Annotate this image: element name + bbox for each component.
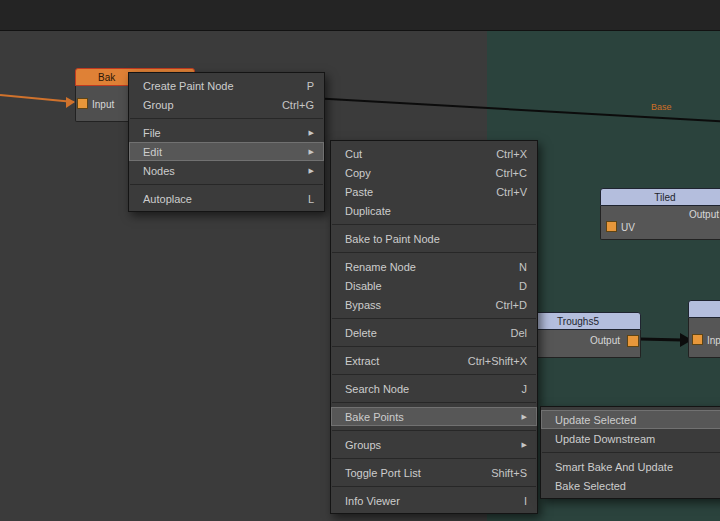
input-port[interactable] [77, 98, 88, 109]
menu-item-duplicate[interactable]: Duplicate [331, 201, 537, 220]
top-toolbar [0, 0, 720, 31]
menu-item-search-node[interactable]: Search NodeJ [331, 379, 537, 398]
menu-item-shortcut: Ctrl+D [496, 299, 527, 311]
menu-item-label: Duplicate [345, 205, 391, 217]
menu-item-label: Autoplace [143, 193, 192, 205]
menu-item-autoplace[interactable]: AutoplaceL [129, 189, 324, 208]
submenu-arrow-icon: ▶ [522, 413, 527, 421]
menu-item-delete[interactable]: DeleteDel [331, 323, 537, 342]
menu-item-create-paint-node[interactable]: Create Paint NodeP [129, 76, 324, 95]
node-tiled-body[interactable]: Output UV [600, 206, 720, 240]
menu-separator [332, 486, 536, 487]
menu-separator [130, 118, 323, 119]
output-port-label: Output [689, 209, 719, 220]
menu-item-shortcut: J [522, 383, 528, 395]
context-menu-main: Create Paint NodePGroupCtrl+GFile▶Edit▶N… [128, 72, 325, 212]
menu-item-edit[interactable]: Edit▶ [129, 142, 324, 161]
menu-item-shortcut: I [524, 495, 527, 507]
menu-item-shortcut: Ctrl+C [496, 167, 527, 179]
menu-item-shortcut: Shift+S [491, 467, 527, 479]
node-graph-window: Bak Input Tiled Output UV Troughs5 Outpu… [0, 0, 720, 521]
uv-port[interactable] [606, 221, 617, 232]
menu-item-label: Bake Points [345, 411, 404, 423]
output-port-label: Output [590, 335, 620, 346]
menu-separator [542, 452, 720, 453]
menu-item-nodes[interactable]: Nodes▶ [129, 161, 324, 180]
menu-item-group[interactable]: GroupCtrl+G [129, 95, 324, 114]
menu-item-info-viewer[interactable]: Info ViewerI [331, 491, 537, 510]
menu-item-shortcut: D [519, 280, 527, 292]
menu-item-label: Cut [345, 148, 362, 160]
node-tiled-title[interactable]: Tiled [600, 188, 720, 206]
base-node-label: Base [651, 102, 672, 112]
submenu-arrow-icon: ▶ [309, 148, 314, 156]
menu-separator [332, 458, 536, 459]
menu-item-shortcut: Ctrl+Shift+X [468, 355, 527, 367]
menu-item-label: Rename Node [345, 261, 416, 273]
menu-separator [332, 402, 536, 403]
node-tiled[interactable]: Tiled Output UV [600, 188, 720, 240]
menu-item-paste[interactable]: PasteCtrl+V [331, 182, 537, 201]
menu-item-smart-bake-and-update[interactable]: Smart Bake And Update [541, 457, 720, 476]
input-port-label: Inpu [707, 335, 720, 346]
menu-item-label: Info Viewer [345, 495, 400, 507]
menu-item-label: Update Downstream [555, 433, 655, 445]
menu-item-bake-selected[interactable]: Bake Selected [541, 476, 720, 495]
menu-item-copy[interactable]: CopyCtrl+C [331, 163, 537, 182]
menu-item-shortcut: L [308, 193, 314, 205]
menu-item-extract[interactable]: ExtractCtrl+Shift+X [331, 351, 537, 370]
menu-item-shortcut: Del [510, 327, 527, 339]
context-menu-bake-points-submenu: Update SelectedUpdate DownstreamSmart Ba… [540, 406, 720, 499]
submenu-arrow-icon: ▶ [522, 441, 527, 449]
input-port[interactable] [692, 334, 703, 345]
menu-item-label: File [143, 127, 161, 139]
menu-item-label: Search Node [345, 383, 409, 395]
menu-item-bake-points[interactable]: Bake Points▶ [331, 407, 537, 426]
menu-item-label: Paste [345, 186, 373, 198]
menu-item-label: Edit [143, 146, 162, 158]
menu-item-shortcut: N [519, 261, 527, 273]
menu-separator [332, 430, 536, 431]
menu-separator [332, 252, 536, 253]
menu-item-label: Group [143, 99, 174, 111]
menu-item-bypass[interactable]: BypassCtrl+D [331, 295, 537, 314]
menu-item-update-selected[interactable]: Update Selected [541, 410, 720, 429]
menu-item-label: Smart Bake And Update [555, 461, 673, 473]
menu-item-label: Update Selected [555, 414, 636, 426]
output-port[interactable] [627, 335, 639, 347]
menu-item-label: Create Paint Node [143, 80, 234, 92]
node-right[interactable]: Inpu [688, 300, 720, 358]
menu-item-groups[interactable]: Groups▶ [331, 435, 537, 454]
menu-item-update-downstream[interactable]: Update Downstream [541, 429, 720, 448]
submenu-arrow-icon: ▶ [309, 129, 314, 137]
menu-item-label: Toggle Port List [345, 467, 421, 479]
menu-item-rename-node[interactable]: Rename NodeN [331, 257, 537, 276]
menu-item-toggle-port-list[interactable]: Toggle Port ListShift+S [331, 463, 537, 482]
menu-item-shortcut: P [307, 80, 314, 92]
input-port-label: Input [92, 99, 114, 110]
menu-separator [332, 374, 536, 375]
node-right-body[interactable]: Inpu [688, 318, 720, 358]
submenu-arrow-icon: ▶ [309, 167, 314, 175]
menu-item-label: Disable [345, 280, 382, 292]
menu-item-label: Groups [345, 439, 381, 451]
menu-separator [332, 318, 536, 319]
menu-item-label: Bake Selected [555, 480, 626, 492]
menu-separator [130, 184, 323, 185]
menu-item-label: Bypass [345, 299, 381, 311]
menu-item-file[interactable]: File▶ [129, 123, 324, 142]
menu-separator [332, 346, 536, 347]
menu-item-label: Extract [345, 355, 379, 367]
menu-item-shortcut: Ctrl+X [496, 148, 527, 160]
menu-item-label: Bake to Paint Node [345, 233, 440, 245]
menu-item-shortcut: Ctrl+G [282, 99, 314, 111]
menu-item-bake-to-paint-node[interactable]: Bake to Paint Node [331, 229, 537, 248]
menu-item-label: Delete [345, 327, 377, 339]
menu-item-label: Copy [345, 167, 371, 179]
context-menu-edit-submenu: CutCtrl+XCopyCtrl+CPasteCtrl+VDuplicateB… [330, 140, 538, 514]
menu-item-shortcut: Ctrl+V [496, 186, 527, 198]
menu-item-disable[interactable]: DisableD [331, 276, 537, 295]
menu-separator [332, 224, 536, 225]
menu-item-cut[interactable]: CutCtrl+X [331, 144, 537, 163]
node-right-title[interactable] [688, 300, 720, 318]
